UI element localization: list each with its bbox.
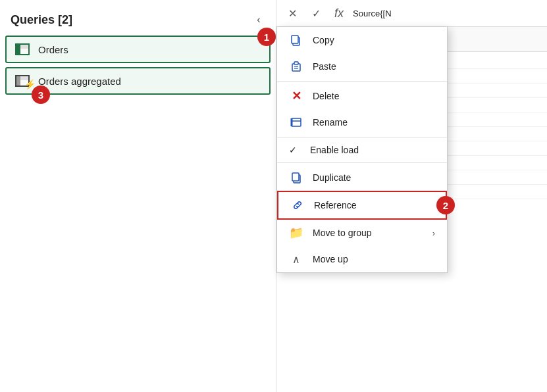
query-list: Orders 1 ⚡ Orders aggregated 3 — [0, 36, 276, 95]
duplicate-icon — [289, 170, 303, 185]
checkmark-icon: ✓ — [289, 145, 297, 155]
enable-load-label: Enable load — [310, 145, 435, 155]
formula-input[interactable] — [353, 9, 540, 18]
svg-rect-3 — [294, 62, 298, 64]
fx-icon: fx — [330, 7, 348, 20]
paste-label: Paste — [313, 61, 435, 72]
confirm-formula-button[interactable]: ✓ — [307, 4, 325, 22]
right-panel: ✕ ✓ fx 1²₃ 🔑 OrderID ▼ ᴬᴮ꜀ INET OMS ANA … — [276, 0, 547, 392]
menu-item-enable-load[interactable]: ✓ Enable load — [277, 139, 447, 161]
menu-item-copy[interactable]: Copy — [277, 27, 447, 53]
move-to-group-label: Move to group — [313, 228, 423, 238]
menu-item-duplicate[interactable]: Duplicate — [277, 164, 447, 191]
reference-label: Reference — [314, 200, 434, 210]
menu-item-delete[interactable]: ✕ Delete — [277, 83, 447, 109]
table-icon-orders — [13, 42, 32, 57]
submenu-arrow-icon: › — [432, 228, 435, 238]
rename-icon — [289, 115, 303, 130]
separator-3 — [277, 162, 447, 163]
menu-item-move-up[interactable]: ∧ Move up — [277, 246, 447, 272]
svg-rect-1 — [292, 36, 298, 43]
folder-icon: 📁 — [289, 226, 303, 240]
queries-header: Queries [2] ‹ — [0, 0, 276, 36]
cancel-formula-button[interactable]: ✕ — [283, 4, 301, 22]
menu-item-reference[interactable]: Reference 2 — [277, 191, 447, 220]
menu-item-move-to-group[interactable]: 📁 Move to group › — [277, 220, 447, 246]
copy-label: Copy — [313, 35, 435, 45]
table-icon-orders-aggregated: ⚡ — [13, 74, 32, 88]
query-label-orders: Orders — [38, 44, 68, 55]
query-item-orders[interactable]: Orders 1 — [5, 36, 271, 63]
move-up-label: Move up — [313, 254, 435, 264]
queries-title: Queries [2] — [11, 13, 72, 27]
formula-bar: ✕ ✓ fx — [276, 0, 547, 27]
chevron-up-icon: ∧ — [289, 252, 303, 266]
left-panel: Queries [2] ‹ Orders 1 ⚡ Order — [0, 0, 276, 392]
badge-1: 1 — [257, 28, 276, 46]
paste-icon — [289, 59, 303, 74]
collapse-button[interactable]: ‹ — [249, 11, 268, 29]
delete-icon: ✕ — [289, 89, 303, 103]
context-menu: Copy Paste ✕ Delete — [276, 26, 448, 273]
rename-label: Rename — [313, 117, 435, 128]
separator-2 — [277, 137, 447, 137]
menu-item-rename[interactable]: Rename — [277, 109, 447, 135]
separator-1 — [277, 81, 447, 82]
query-item-orders-aggregated[interactable]: ⚡ Orders aggregated 3 — [5, 67, 271, 95]
duplicate-label: Duplicate — [313, 172, 435, 183]
delete-label: Delete — [313, 91, 435, 101]
badge-2: 2 — [436, 196, 455, 214]
copy-icon — [289, 33, 303, 47]
reference-link-icon — [290, 198, 305, 212]
svg-rect-6 — [292, 118, 301, 126]
svg-rect-10 — [292, 173, 299, 181]
menu-item-paste[interactable]: Paste — [277, 53, 447, 80]
query-label-orders-aggregated: Orders aggregated — [38, 76, 121, 87]
badge-3: 3 — [32, 86, 50, 104]
